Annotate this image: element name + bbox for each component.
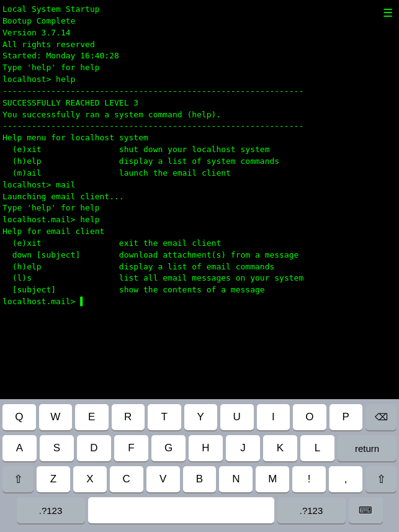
key-exclaim[interactable]: ! bbox=[292, 466, 326, 492]
key-N[interactable]: N bbox=[219, 466, 253, 492]
key-R[interactable]: R bbox=[112, 404, 145, 430]
keyboard-row-3: ⇧ Z X C V B N M ! , ⇧ bbox=[2, 466, 397, 492]
key-Q[interactable]: Q bbox=[2, 404, 36, 430]
terminal-output: Local System Startup Bootup Complete Ver… bbox=[0, 0, 399, 312]
key-Y[interactable]: Y bbox=[184, 404, 218, 430]
key-Z[interactable]: Z bbox=[37, 466, 70, 492]
key-B[interactable]: B bbox=[183, 466, 217, 492]
numbers-key-left[interactable]: .?123 bbox=[17, 497, 85, 523]
key-A[interactable]: A bbox=[2, 435, 37, 461]
key-F[interactable]: F bbox=[114, 435, 148, 461]
key-E[interactable]: E bbox=[75, 404, 109, 430]
key-H[interactable]: H bbox=[189, 435, 223, 461]
shift-key[interactable]: ⇧ bbox=[2, 466, 34, 492]
keyboard: Q W E R T Y U I O P ⌫ A S D F G H J K L … bbox=[0, 399, 399, 532]
key-P[interactable]: P bbox=[330, 404, 363, 430]
backspace-key[interactable]: ⌫ bbox=[365, 404, 397, 430]
key-X[interactable]: X bbox=[73, 466, 107, 492]
keyboard-row-1: Q W E R T Y U I O P ⌫ bbox=[2, 404, 397, 430]
key-K[interactable]: K bbox=[263, 435, 297, 461]
keyboard-row-4: .?123 .?123 ⌨ bbox=[2, 497, 397, 523]
key-I[interactable]: I bbox=[257, 404, 290, 430]
key-V[interactable]: V bbox=[146, 466, 180, 492]
key-O[interactable]: O bbox=[293, 404, 326, 430]
keyboard-row-2: A S D F G H J K L return bbox=[2, 435, 397, 461]
key-W[interactable]: W bbox=[39, 404, 73, 430]
key-L[interactable]: L bbox=[300, 435, 334, 461]
key-C[interactable]: C bbox=[110, 466, 143, 492]
key-G[interactable]: G bbox=[151, 435, 186, 461]
menu-icon[interactable]: ☰ bbox=[383, 6, 393, 20]
key-D[interactable]: D bbox=[77, 435, 111, 461]
shift-key-right[interactable]: ⇧ bbox=[365, 466, 397, 492]
key-comma[interactable]: , bbox=[329, 466, 362, 492]
key-M[interactable]: M bbox=[256, 466, 289, 492]
key-T[interactable]: T bbox=[148, 404, 181, 430]
key-U[interactable]: U bbox=[220, 404, 254, 430]
key-S[interactable]: S bbox=[40, 435, 74, 461]
keyboard-key[interactable]: ⌨ bbox=[349, 497, 383, 523]
space-key[interactable] bbox=[88, 497, 274, 523]
terminal-text: Local System Startup Bootup Complete Ver… bbox=[2, 4, 397, 308]
return-key[interactable]: return bbox=[338, 435, 397, 461]
numbers-key-right[interactable]: .?123 bbox=[277, 497, 346, 523]
key-J[interactable]: J bbox=[226, 435, 260, 461]
